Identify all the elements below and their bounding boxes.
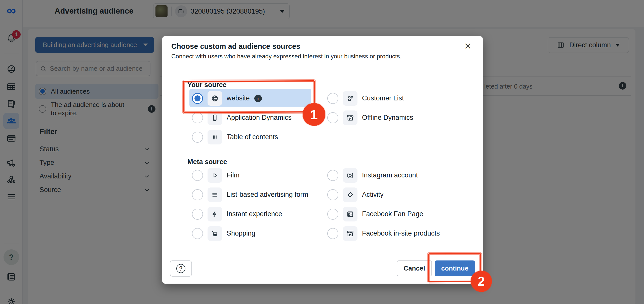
grid-dots-icon — [211, 133, 219, 141]
option-label: List-based advertising form — [227, 191, 308, 199]
source-option-film[interactable]: Film — [187, 166, 323, 185]
radio-unselected-icon[interactable] — [192, 112, 203, 123]
close-icon[interactable]: ✕ — [464, 42, 472, 51]
storefront-icon — [346, 230, 354, 238]
radio-unselected-icon[interactable] — [192, 170, 203, 181]
option-label: Facebook in-site products — [362, 230, 440, 237]
storefront-icon — [346, 114, 354, 122]
radio-unselected-icon[interactable] — [327, 209, 338, 220]
source-option-facebook-fan-page[interactable]: Facebook Fan Page — [323, 204, 469, 224]
meta-source-heading: Meta source — [187, 158, 227, 166]
radio-unselected-icon[interactable] — [192, 228, 203, 239]
option-label: Table of contents — [227, 133, 278, 141]
option-label: Customer List — [362, 94, 404, 102]
icon-tile — [343, 226, 357, 241]
icon-tile — [343, 168, 357, 183]
modal-title: Choose custom ad audience sources — [171, 42, 300, 51]
ads-manager-screen: ∞ 1 — [0, 0, 644, 304]
source-option-facebook-in-site-products[interactable]: Facebook in-site products — [323, 224, 469, 243]
icon-tile — [343, 91, 357, 106]
tag-icon — [346, 191, 354, 199]
cancel-button[interactable]: Cancel — [397, 260, 432, 276]
source-option-offline-dynamics[interactable]: Offline Dynamics — [323, 108, 469, 127]
source-option-instant-experience[interactable]: Instant experience — [187, 204, 323, 224]
radio-unselected-icon[interactable] — [192, 209, 203, 220]
question-circle-icon: ? — [176, 264, 185, 273]
radio-unselected-icon[interactable] — [327, 112, 338, 123]
radio-unselected-icon[interactable] — [327, 228, 338, 239]
audience-sources-modal: Choose custom ad audience sources Connec… — [162, 36, 483, 284]
option-label: Shopping — [227, 230, 255, 237]
icon-tile — [343, 187, 357, 202]
source-option-instagram-account[interactable]: Instagram account — [323, 166, 469, 185]
help-button[interactable]: ? — [170, 260, 192, 277]
radio-unselected-icon[interactable] — [192, 189, 203, 200]
option-label: Instant experience — [227, 210, 282, 218]
lightning-icon — [211, 210, 219, 218]
icon-tile — [208, 187, 222, 202]
source-option-activity[interactable]: Activity — [323, 185, 469, 204]
icon-tile — [208, 168, 222, 183]
list-lines-icon — [211, 191, 219, 199]
modal-subtitle: Connect with users who have already expr… — [171, 53, 401, 60]
annotation-badge-step1: 1 — [303, 103, 325, 126]
icon-tile — [208, 207, 222, 221]
fan-page-icon — [346, 210, 354, 218]
icon-tile — [208, 226, 222, 241]
annotation-badge-step2: 2 — [471, 271, 492, 292]
radio-unselected-icon[interactable] — [327, 170, 338, 181]
option-label: Instagram account — [362, 171, 418, 179]
radio-unselected-icon[interactable] — [192, 132, 203, 143]
source-option-shopping[interactable]: Shopping — [187, 224, 323, 243]
mobile-app-icon — [211, 114, 219, 122]
annotation-box-step1 — [183, 80, 315, 113]
meta-source-grid: Film Instagram account List-based advert… — [187, 166, 469, 243]
source-option-customer-list[interactable]: Customer List — [323, 89, 469, 108]
option-label: Application Dynamics — [227, 114, 292, 122]
icon-tile — [343, 207, 357, 221]
customer-list-icon — [346, 94, 354, 102]
option-label: Film — [227, 171, 239, 179]
instagram-icon — [346, 171, 354, 179]
radio-unselected-icon[interactable] — [327, 93, 338, 104]
option-label: Offline Dynamics — [362, 114, 413, 122]
option-label: Facebook Fan Page — [362, 210, 423, 218]
source-option-list-based-form[interactable]: List-based advertising form — [187, 185, 323, 204]
cart-icon — [211, 230, 219, 238]
radio-unselected-icon[interactable] — [327, 189, 338, 200]
play-icon — [211, 171, 219, 179]
icon-tile — [343, 110, 357, 125]
icon-tile — [208, 130, 222, 144]
option-label: Activity — [362, 191, 384, 199]
source-option-table-of-contents[interactable]: Table of contents — [187, 127, 323, 147]
